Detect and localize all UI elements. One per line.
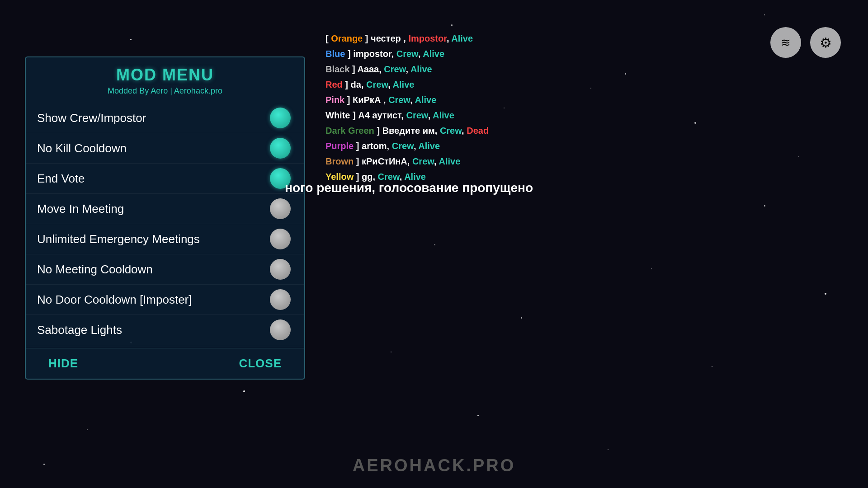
menu-item-no-meeting-cooldown: No Meeting Cooldown xyxy=(26,254,304,285)
settings-icon[interactable]: ⚙ xyxy=(810,27,841,58)
hide-button[interactable]: HIDE xyxy=(48,357,78,371)
player-entry-red: Red ] da, Crew, Alive xyxy=(326,77,489,92)
toggle-no-kill-cooldown[interactable] xyxy=(270,138,291,159)
player-entry-black: Black ] Aaaa, Crew, Alive xyxy=(326,61,489,77)
mod-menu-title: MOD MENU xyxy=(35,66,295,84)
menu-item-label-no-door-cooldown: No Door Cooldown [Imposter] xyxy=(37,293,192,307)
game-message: ного решения, голосование пропущено xyxy=(285,181,533,195)
toggle-no-door-cooldown[interactable] xyxy=(270,289,291,310)
menu-item-label-move-in-meeting: Move In Meeting xyxy=(37,202,124,216)
menu-item-label-no-kill: No Kill Cooldown xyxy=(37,141,127,155)
player-entry-brown: Brown ] кРиСтИнА, Crew, Alive xyxy=(326,154,489,169)
menu-item-end-vote: End Vote xyxy=(26,164,304,194)
close-button[interactable]: CLOSE xyxy=(239,357,282,371)
player-entry-pink: Pink ] КиРкА , Crew, Alive xyxy=(326,92,489,108)
mod-menu-footer: HIDE CLOSE xyxy=(26,348,304,379)
menu-item-unlimited-emergency: Unlimited Emergency Meetings xyxy=(26,224,304,254)
top-icons: ≋ ⚙ xyxy=(770,27,841,58)
toggle-move-in-meeting[interactable] xyxy=(270,198,291,219)
menu-item-label-no-meeting-cooldown: No Meeting Cooldown xyxy=(37,263,153,277)
chat-icon[interactable]: ≋ xyxy=(770,27,801,58)
toggle-unlimited-emergency[interactable] xyxy=(270,229,291,249)
player-entry-purple: Purple ] artom, Crew, Alive xyxy=(326,138,489,154)
menu-item-label-show-crew: Show Crew/Impostor xyxy=(37,111,146,125)
menu-item-no-door-cooldown: No Door Cooldown [Imposter] xyxy=(26,285,304,315)
mod-menu-panel: MOD MENU Modded By Aero | Aerohack.pro S… xyxy=(25,56,305,380)
player-entry-darkgreen: Dark Green ] Введите им, Crew, Dead xyxy=(326,123,489,138)
toggle-no-meeting-cooldown[interactable] xyxy=(270,259,291,280)
toggle-show-crew[interactable] xyxy=(270,108,291,128)
menu-item-label-end-vote: End Vote xyxy=(37,172,85,186)
menu-item-no-kill-cooldown: No Kill Cooldown xyxy=(26,133,304,164)
toggle-sabotage-lights[interactable] xyxy=(270,319,291,340)
watermark: AEROHACK.PRO xyxy=(353,456,515,475)
menu-item-show-crew: Show Crew/Impostor xyxy=(26,103,304,133)
menu-item-sabotage-lights: Sabotage Lights xyxy=(26,315,304,345)
player-entry-white: White ] А4 аутист, Crew, Alive xyxy=(326,108,489,123)
menu-item-label-sabotage-lights: Sabotage Lights xyxy=(37,323,122,337)
player-entry-blue: Blue ] impostor, Crew, Alive xyxy=(326,46,489,61)
player-entry-orange: [ Orange ] честер , Impostor, Alive xyxy=(326,31,489,46)
mod-menu-subtitle: Modded By Aero | Aerohack.pro xyxy=(35,86,295,96)
mod-menu-header: MOD MENU Modded By Aero | Aerohack.pro xyxy=(26,57,304,100)
menu-items-list: Show Crew/Impostor No Kill Cooldown End … xyxy=(26,100,304,348)
player-list: [ Orange ] честер , Impostor, Alive Blue… xyxy=(326,31,489,184)
menu-item-move-in-meeting: Move In Meeting xyxy=(26,194,304,224)
menu-item-label-unlimited-emergency: Unlimited Emergency Meetings xyxy=(37,232,200,246)
